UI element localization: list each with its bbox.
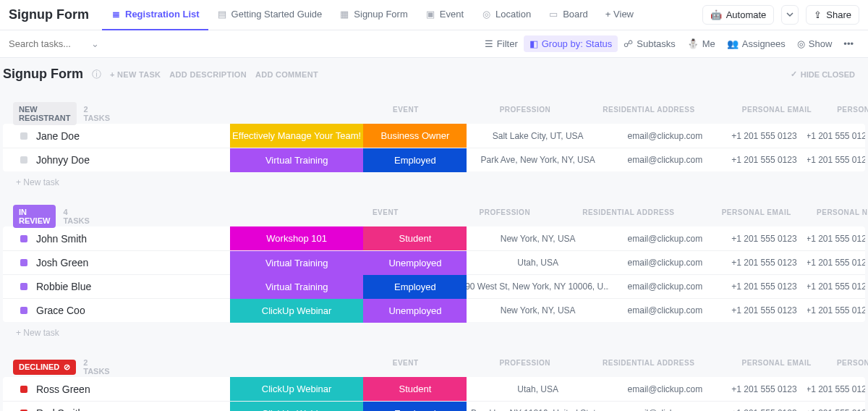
search-input[interactable] xyxy=(9,38,88,49)
event-tag[interactable]: Virtual Training xyxy=(230,275,364,299)
status-square-icon[interactable] xyxy=(20,307,27,314)
info-icon[interactable]: ⓘ xyxy=(92,68,101,81)
event-tag[interactable]: Workshop 101 xyxy=(230,226,364,250)
filter-button[interactable]: ☰Filter xyxy=(479,35,524,52)
status-chip[interactable]: DECLINED ⊘ xyxy=(13,360,76,375)
profession-tag[interactable]: Employed xyxy=(363,148,467,172)
col-email[interactable]: PERSONAL EMAIL xyxy=(720,106,833,122)
more-button[interactable]: ••• xyxy=(838,35,859,52)
status-square-icon[interactable] xyxy=(20,235,27,242)
status-square-icon[interactable] xyxy=(20,259,27,266)
hide-closed-button[interactable]: ✓HIDE CLOSED xyxy=(791,69,855,79)
group-header: IN REVIEW 4 TASKS EVENT PROFESSION RESID… xyxy=(0,206,868,226)
view-tab-2[interactable]: ▦Signup Form xyxy=(331,0,416,30)
me-label: Me xyxy=(702,38,715,49)
profession-tag[interactable]: Unemployed xyxy=(363,299,467,323)
new-task-action[interactable]: + NEW TASK xyxy=(110,70,161,79)
show-button[interactable]: ◎Show xyxy=(791,35,838,52)
task-name[interactable]: Red Smith xyxy=(36,407,83,411)
work-number-cell: +1 201 555 012 xyxy=(807,251,865,275)
view-tab-5[interactable]: ▭Board xyxy=(540,0,597,30)
table-row[interactable]: Johnyy Doe Virtual Training Employed Par… xyxy=(3,148,865,171)
event-tag[interactable]: Virtual Training xyxy=(230,148,364,172)
col-event[interactable]: EVENT xyxy=(339,359,473,375)
col-profession[interactable]: PROFESSION xyxy=(473,359,577,375)
status-square-icon[interactable] xyxy=(20,283,27,290)
new-task-row[interactable]: + New task xyxy=(0,322,868,344)
view-tab-6[interactable]: + View xyxy=(597,0,642,30)
profession-tag[interactable]: Student xyxy=(363,226,467,250)
email-cell: email@clickup.com xyxy=(609,124,721,148)
group-by-button[interactable]: ◧Group by: Status xyxy=(524,35,618,52)
table-row[interactable]: Josh Green Virtual Training Unemployed U… xyxy=(3,250,865,274)
status-square-icon[interactable] xyxy=(20,156,27,164)
hide-closed-label: HIDE CLOSED xyxy=(801,70,855,79)
task-name[interactable]: Grace Coo xyxy=(36,305,85,316)
chevron-down-icon xyxy=(786,11,793,18)
table-row[interactable]: Red Smith ClickUp Webinar Employed Brook… xyxy=(3,401,865,411)
profession-tag[interactable]: Employed xyxy=(363,402,467,412)
status-chip[interactable]: NEW REGISTRANT xyxy=(13,102,77,125)
event-tag[interactable]: Virtual Training xyxy=(230,251,364,275)
breadcrumb[interactable]: Signup Form xyxy=(9,7,89,22)
status-chip[interactable]: IN REVIEW xyxy=(13,205,56,228)
filter-icon: ☰ xyxy=(485,38,493,49)
profession-tag[interactable]: Student xyxy=(363,377,467,401)
table-row[interactable]: John Smith Workshop 101 Student New York… xyxy=(3,226,865,250)
table-row[interactable]: Robbie Blue Virtual Training Employed 90… xyxy=(3,274,865,298)
event-tag[interactable]: ClickUp Webinar xyxy=(230,402,364,412)
event-tag[interactable]: Effectively Manage Your Team! xyxy=(230,124,364,148)
subtasks-icon: ☍ xyxy=(624,38,633,49)
view-tab-0[interactable]: ≣Registration List xyxy=(102,0,208,30)
automate-chevron[interactable] xyxy=(781,5,799,25)
profession-tag[interactable]: Employed xyxy=(363,275,467,299)
eye-icon: ◎ xyxy=(797,38,805,49)
name-cell: Ross Green xyxy=(3,384,230,395)
table-row[interactable]: Grace Coo ClickUp Webinar Unemployed New… xyxy=(3,298,865,322)
profession-tag[interactable]: Unemployed xyxy=(363,251,467,275)
col-personal-number[interactable]: PERSONAL NUMBER xyxy=(813,208,868,224)
task-name[interactable]: Ross Green xyxy=(36,384,90,395)
status-square-icon[interactable] xyxy=(20,386,27,393)
personal-number-cell: +1 201 555 0123 xyxy=(721,226,807,250)
col-event[interactable]: EVENT xyxy=(339,106,473,122)
address-cell: Park Ave, New York, NY, USA xyxy=(467,148,609,172)
profession-tag[interactable]: Business Owner xyxy=(363,124,467,148)
col-address[interactable]: RESIDENTIAL ADDRESS xyxy=(557,208,700,224)
view-tab-3[interactable]: ▣Event xyxy=(417,0,472,30)
view-tab-4[interactable]: ◎Location xyxy=(472,0,540,30)
col-address[interactable]: RESIDENTIAL ADDRESS xyxy=(577,106,720,122)
col-profession[interactable]: PROFESSION xyxy=(453,208,557,224)
add-comment-action[interactable]: ADD COMMENT xyxy=(255,70,318,79)
task-name[interactable]: Jane Doe xyxy=(36,130,80,142)
col-email[interactable]: PERSONAL EMAIL xyxy=(720,359,833,375)
task-name[interactable]: Robbie Blue xyxy=(36,281,91,292)
table-row[interactable]: Jane Doe Effectively Manage Your Team! B… xyxy=(3,124,865,148)
view-tab-1[interactable]: ▤Getting Started Guide xyxy=(208,0,331,30)
group-0: NEW REGISTRANT 2 TASKS EVENT PROFESSION … xyxy=(0,103,868,193)
me-button[interactable]: ⛄Me xyxy=(681,35,721,52)
name-cell: Johnyy Doe xyxy=(3,154,230,166)
assignees-button[interactable]: 👥Assignees xyxy=(721,35,791,52)
table-row[interactable]: Ross Green ClickUp Webinar Student Utah,… xyxy=(3,377,865,401)
task-name[interactable]: Josh Green xyxy=(36,257,88,268)
task-name[interactable]: Johnyy Doe xyxy=(36,154,90,166)
col-personal-number[interactable]: PERSONAL NUMBER xyxy=(833,359,868,375)
task-name[interactable]: John Smith xyxy=(36,233,87,245)
automate-button[interactable]: 🤖 Automate xyxy=(702,5,775,25)
event-tag[interactable]: ClickUp Webinar xyxy=(230,377,364,401)
subtasks-button[interactable]: ☍Subtasks xyxy=(618,35,681,52)
add-description-action[interactable]: ADD DESCRIPTION xyxy=(169,70,247,79)
col-address[interactable]: RESIDENTIAL ADDRESS xyxy=(577,359,720,375)
status-square-icon[interactable] xyxy=(20,132,27,140)
share-button[interactable]: ⇪ Share xyxy=(806,5,859,25)
name-cell: Grace Coo xyxy=(3,305,230,316)
search-chevron[interactable]: ⌄ xyxy=(91,38,99,49)
new-task-row[interactable]: + New task xyxy=(0,171,868,193)
col-personal-number[interactable]: PERSONAL NUMBER xyxy=(833,106,868,122)
col-profession[interactable]: PROFESSION xyxy=(473,106,577,122)
event-tag[interactable]: ClickUp Webinar xyxy=(230,299,364,323)
col-email[interactable]: PERSONAL EMAIL xyxy=(700,208,813,224)
email-cell: email@clickup.com xyxy=(609,299,721,323)
col-event[interactable]: EVENT xyxy=(318,208,453,224)
